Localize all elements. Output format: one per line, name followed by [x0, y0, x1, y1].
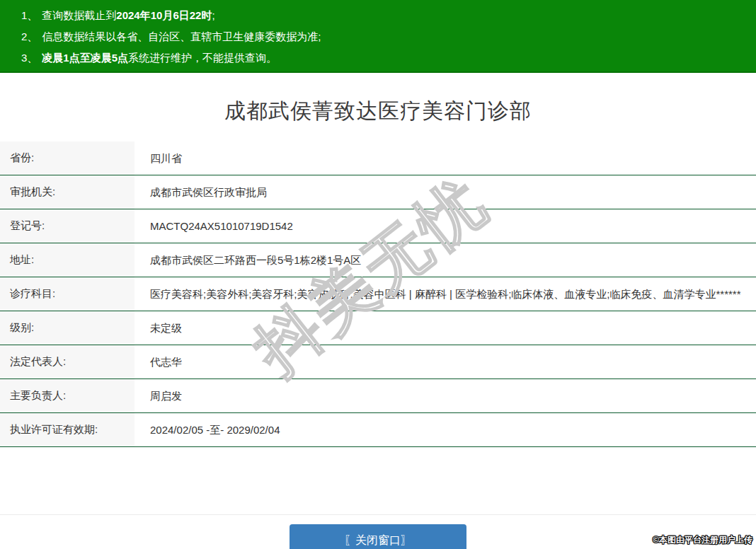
- table-row-registration-number: 登记号: MACTQ24AX51010719D1542: [0, 209, 756, 243]
- table-row-treatment-subjects: 诊疗科目: 医疗美容科;美容外科;美容牙科;美容皮肤科;美容中医科 | 麻醉科 …: [0, 277, 756, 311]
- row-value: 周启发: [134, 379, 756, 412]
- row-label: 地址:: [0, 243, 134, 277]
- copyright-notice: ©本图由平台注册用户上传: [653, 534, 752, 546]
- notice-banner: 1、查询数据截止到2024年10月6日22时; 2、信息数据结果以各省、自治区、…: [0, 0, 756, 73]
- table-row-license-validity: 执业许可证有效期: 2024/02/05 -至- 2029/02/04: [0, 413, 756, 447]
- notice-text-bold: 2024年10月6日22时: [116, 9, 212, 21]
- notice-text: 查询数据截止到: [42, 9, 116, 21]
- row-label: 执业许可证有效期:: [0, 413, 134, 446]
- close-window-button[interactable]: 〖关闭窗口〗: [290, 524, 466, 549]
- notice-text: ;: [212, 9, 214, 21]
- notice-text-bold: 凌晨1点至凌晨5点: [42, 52, 128, 64]
- table-row-address: 地址: 成都市武侯区二环路西一段5号1栋2楼1号A区: [0, 243, 756, 277]
- row-label: 登记号:: [0, 209, 134, 243]
- row-label: 省份:: [0, 141, 134, 175]
- row-value: 医疗美容科;美容外科;美容牙科;美容皮肤科;美容中医科 | 麻醉科 | 医学检验…: [134, 277, 756, 311]
- notice-line-1: 1、查询数据截止到2024年10月6日22时;: [21, 5, 742, 26]
- row-label: 诊疗科目:: [0, 277, 134, 311]
- row-label: 法定代表人:: [0, 345, 134, 378]
- row-value: MACTQ24AX51010719D1542: [134, 209, 756, 243]
- row-value: 代志华: [134, 345, 756, 378]
- page-title: 成都武侯菁致达医疗美容门诊部: [0, 97, 756, 126]
- row-label: 主要负责人:: [0, 379, 134, 412]
- row-value: 四川省: [134, 141, 756, 175]
- row-value: 2024/02/05 -至- 2029/02/04: [134, 413, 756, 446]
- row-label: 审批机关:: [0, 175, 134, 209]
- notice-number: 1、: [21, 9, 38, 21]
- row-value: 成都市武侯区行政审批局: [134, 175, 756, 209]
- table-row-approval-authority: 审批机关: 成都市武侯区行政审批局: [0, 175, 756, 209]
- table-row-level: 级别: 未定级: [0, 311, 756, 345]
- notice-text: 信息数据结果以各省、自治区、直辖市卫生健康委数据为准;: [42, 30, 321, 42]
- row-label: 级别:: [0, 311, 134, 345]
- row-value: 成都市武侯区二环路西一段5号1栋2楼1号A区: [134, 243, 756, 277]
- notice-number: 2、: [21, 30, 38, 42]
- notice-line-2: 2、信息数据结果以各省、自治区、直辖市卫生健康委数据为准;: [21, 26, 742, 47]
- notice-number: 3、: [21, 52, 38, 64]
- table-row-province: 省份: 四川省: [0, 141, 756, 175]
- notice-text: 系统进行维护，不能提供查询。: [128, 52, 277, 64]
- notice-line-3: 3、凌晨1点至凌晨5点系统进行维护，不能提供查询。: [21, 47, 742, 69]
- table-row-legal-representative: 法定代表人: 代志华: [0, 345, 756, 379]
- table-row-main-person-in-charge: 主要负责人: 周启发: [0, 379, 756, 413]
- institution-info-table: 省份: 四川省 审批机关: 成都市武侯区行政审批局 登记号: MACTQ24AX…: [0, 141, 756, 447]
- footer-bar: 〖关闭窗口〗: [0, 514, 756, 549]
- row-value: 未定级: [134, 311, 756, 345]
